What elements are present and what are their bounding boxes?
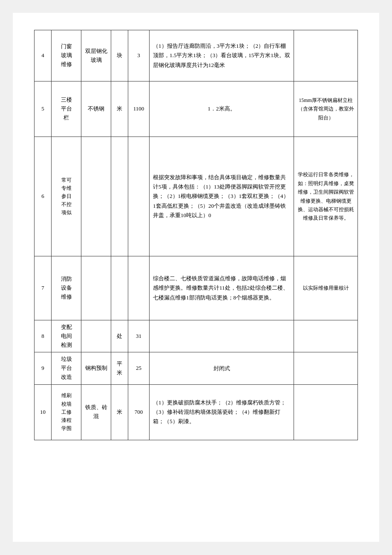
cell-desc: 封闭式 (150, 352, 294, 384)
cell-name: 常可 专维 参日 不控 项似 (52, 137, 81, 256)
cell-material (81, 320, 111, 352)
cell-qty (128, 137, 150, 256)
table-row: 10维刷 校墙 工修 漆程 学围铁质、砖混米700（1）更换破损防腐木扶手；（2… (35, 384, 358, 440)
cell-no: 9 (35, 352, 52, 384)
cell-desc (150, 320, 294, 352)
cell-qty: 3 (128, 30, 150, 81)
cell-material: 铁质、砖混 (81, 384, 111, 440)
table-row: 8变配 电间 检测处31 (35, 320, 358, 352)
cell-no: 7 (35, 256, 52, 320)
cell-unit: 处 (111, 320, 128, 352)
cell-qty: 25 (128, 352, 150, 384)
cell-remarks: 以实际维修用量核计 (294, 256, 358, 320)
cell-desc: （1）报告厅连廊防雨沿，3平方米1块；（2）自行车棚顶部，1.5平方米1块；（3… (150, 30, 294, 81)
cell-desc: 根据突发故障和事项，结合具体项目确定，维修数量共计5项，具体包括：（1）13处蹲… (150, 137, 294, 256)
cell-remarks: 学校运行日常各类维修，如：照明灯具维修，桌凳维修，卫生间脚踩阀软管维修更换、电梯… (294, 137, 358, 256)
cell-desc: （1）更换破损防腐木扶手；（2）维修腐朽铁质方管；（3）修补砖混结构墙体脱落瓷砖… (150, 384, 294, 440)
cell-name: 门窗 玻璃 维修 (52, 30, 81, 81)
cell-material: 钢构预制 (81, 352, 111, 384)
cell-name: 维刷 校墙 工修 漆程 学围 (52, 384, 81, 440)
cell-desc: 1．2米高。 (150, 81, 294, 137)
table-row: 4门窗 玻璃 维修双层钢化玻璃块3（1）报告厅连廊防雨沿，3平方米1块；（2）自… (35, 30, 358, 81)
cell-remarks (294, 384, 358, 440)
cell-name: 三楼 平台 栏 (52, 81, 81, 137)
cell-remarks (294, 352, 358, 384)
cell-unit: 米 (111, 384, 128, 440)
cell-no: 5 (35, 81, 52, 137)
cell-unit: 米 (111, 81, 128, 137)
main-table: 4门窗 玻璃 维修双层钢化玻璃块3（1）报告厅连廊防雨沿，3平方米1块；（2）自… (34, 30, 358, 440)
cell-material (81, 256, 111, 320)
table-row: 7消防 设备 维修综合楼二、七楼铁质管道漏点维修，故障电话维修，烟感维护更换。维… (35, 256, 358, 320)
cell-no: 4 (35, 30, 52, 81)
cell-name: 变配 电间 检测 (52, 320, 81, 352)
cell-unit (111, 137, 128, 256)
cell-qty: 31 (128, 320, 150, 352)
cell-no: 6 (35, 137, 52, 256)
table-row: 6常可 专维 参日 不控 项似根据突发故障和事项，结合具体项目确定，维修数量共计… (35, 137, 358, 256)
cell-remarks: 15mm厚不锈钢扁材立柱（含体育馆周边，教室外阳台） (294, 81, 358, 137)
page: 4门窗 玻璃 维修双层钢化玻璃块3（1）报告厅连廊防雨沿，3平方米1块；（2）自… (13, 13, 379, 542)
cell-remarks (294, 320, 358, 352)
cell-remarks (294, 30, 358, 81)
table-row: 5三楼 平台 栏不锈钢米11001．2米高。15mm厚不锈钢扁材立柱（含体育馆周… (35, 81, 358, 137)
cell-desc: 综合楼二、七楼铁质管道漏点维修，故障电话维修，烟感维护更换。维修数量共计11处，… (150, 256, 294, 320)
cell-qty (128, 256, 150, 320)
cell-no: 10 (35, 384, 52, 440)
cell-name: 垃圾 平台 改造 (52, 352, 81, 384)
cell-material (81, 137, 111, 256)
cell-qty: 700 (128, 384, 150, 440)
cell-material: 不锈钢 (81, 81, 111, 137)
cell-unit (111, 256, 128, 320)
cell-unit: 块 (111, 30, 128, 81)
cell-qty: 1100 (128, 81, 150, 137)
cell-unit: 平米 (111, 352, 128, 384)
table-row: 9垃圾 平台 改造钢构预制平米25封闭式 (35, 352, 358, 384)
cell-no: 8 (35, 320, 52, 352)
cell-name: 消防 设备 维修 (52, 256, 81, 320)
cell-material: 双层钢化玻璃 (81, 30, 111, 81)
